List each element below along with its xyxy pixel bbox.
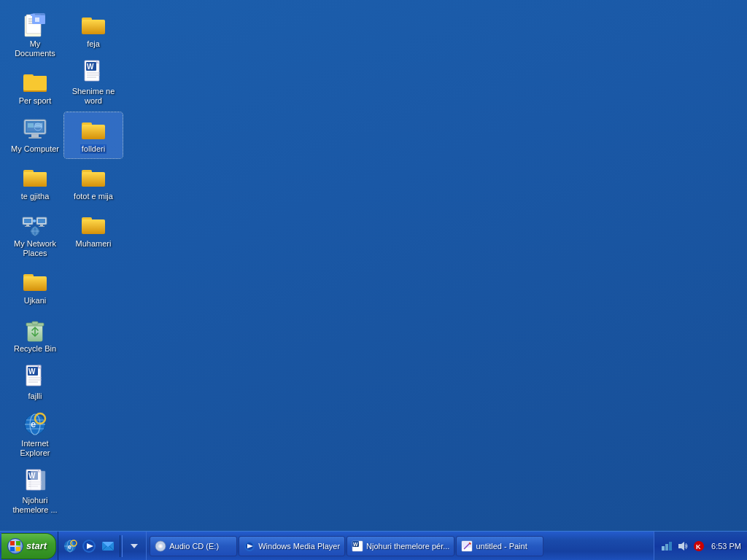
fotot-icon: [80, 164, 107, 190]
my-documents-label: My Documents: [9, 39, 61, 58]
taskbar-btn-audio-cd[interactable]: Audio CD (E:): [150, 536, 237, 556]
my-documents-icon: [22, 12, 48, 38]
ql-ie-icon[interactable]: e: [61, 537, 79, 555]
svg-rect-14: [31, 134, 39, 137]
taskbar-btn-paint[interactable]: untitled - Paint: [456, 536, 543, 556]
ujkani-icon: [22, 268, 48, 295]
desktop-icon-internet-explorer[interactable]: e Internet Explorer: [6, 407, 64, 462]
njohuri-label: Njohuri themelore pér...: [366, 542, 449, 551]
tray-volume-icon[interactable]: [676, 540, 689, 553]
windows-logo: [7, 538, 23, 554]
te-gjitha-icon: [22, 164, 48, 190]
svg-text:W: W: [87, 63, 94, 71]
ql-arrow-icon[interactable]: [125, 537, 143, 555]
fajlli-icon: W: [22, 364, 48, 390]
svg-rect-112: [665, 544, 668, 551]
ie-label: Internet Explorer: [9, 439, 61, 458]
word-taskbar-icon: W: [352, 540, 363, 552]
recycle-bin-icon: [22, 316, 48, 343]
paint-label: untitled - Paint: [476, 542, 527, 551]
desktop-icon-njohuri-themelore[interactable]: W Njohuri themelore ...: [6, 464, 64, 519]
tray-network-icon[interactable]: [660, 540, 673, 553]
svg-rect-29: [40, 225, 43, 226]
wmp-taskbar-icon: [244, 540, 255, 552]
feja-icon: [80, 12, 107, 38]
network-places-label: My Network Places: [9, 239, 61, 258]
desktop-icon-my-network-places[interactable]: My Network Places: [6, 207, 64, 262]
feja-label: feja: [87, 39, 100, 49]
svg-rect-76: [82, 125, 105, 139]
desktop-icon-recycle-bin[interactable]: Recycle Bin: [6, 312, 64, 358]
desktop-icon-my-documents[interactable]: My Documents: [6, 7, 64, 63]
tray-kaspersky-icon[interactable]: K: [692, 540, 705, 553]
svg-rect-65: [31, 471, 45, 490]
svg-rect-11: [23, 76, 47, 90]
svg-marker-114: [678, 542, 684, 551]
wmp-label: Windows Media Player: [258, 542, 340, 551]
svg-rect-26: [25, 226, 31, 227]
svg-text:K: K: [696, 543, 701, 551]
desktop-icon-follderi[interactable]: follderi: [64, 112, 123, 158]
start-label: start: [26, 540, 47, 551]
per-sport-icon: [22, 69, 48, 95]
svg-rect-80: [82, 219, 105, 234]
desktop-icon-per-sport[interactable]: Per sport: [6, 64, 64, 110]
taskbar-btn-wmp[interactable]: Windows Media Player: [239, 536, 345, 556]
ie-icon: e: [22, 411, 48, 438]
taskbar: start e: [0, 531, 747, 560]
svg-rect-7: [31, 14, 35, 16]
desktop-icon-muhameri[interactable]: Muhameri: [64, 207, 123, 253]
svg-rect-41: [32, 322, 38, 324]
system-tray: K 6:53 PM: [654, 532, 747, 561]
system-clock[interactable]: 6:53 PM: [711, 542, 741, 551]
muhameri-label: Muhameri: [76, 239, 112, 249]
svg-rect-78: [82, 172, 105, 187]
muhameri-icon: [80, 211, 107, 238]
desktop-icon-feja[interactable]: feja: [64, 7, 123, 53]
svg-rect-30: [39, 226, 44, 227]
svg-rect-22: [23, 172, 47, 187]
svg-text:W: W: [28, 368, 36, 376]
cd-icon: [155, 540, 166, 552]
shenime-label: Shenime ne word: [67, 87, 120, 106]
svg-rect-113: [669, 542, 672, 551]
ujkani-label: Ujkani: [24, 296, 47, 306]
svg-rect-67: [82, 20, 105, 34]
desktop-icon-fotot[interactable]: fotot e mija: [64, 160, 123, 206]
desktop-icon-te-gjitha[interactable]: te gjitha: [6, 160, 64, 206]
svg-rect-83: [10, 547, 15, 551]
svg-rect-81: [10, 541, 15, 545]
svg-text:W: W: [353, 542, 358, 547]
desktop-icon-shenime[interactable]: W Shenime ne word: [64, 55, 123, 110]
svg-rect-17: [28, 123, 34, 128]
njohuri-themelore-label: Njohuri themelore ...: [9, 496, 61, 515]
taskbar-btn-njohuri[interactable]: W Njohuri themelore pér...: [347, 536, 454, 556]
ql-wmp-icon[interactable]: [80, 537, 98, 555]
desktop-icon-ujkani[interactable]: Ujkani: [6, 264, 64, 310]
svg-rect-24: [24, 219, 31, 223]
desktop-icon-fajlli[interactable]: W fajlli: [6, 359, 64, 405]
my-computer-label: My Computer: [11, 144, 59, 154]
follderi-label: follderi: [80, 144, 107, 154]
svg-rect-25: [26, 225, 29, 226]
svg-marker-97: [131, 544, 138, 548]
my-computer-icon: [22, 117, 48, 143]
te-gjitha-label: te gjitha: [21, 192, 50, 201]
ql-outlook-icon[interactable]: [99, 537, 117, 555]
ql-separator: [120, 535, 123, 557]
shenime-icon: W: [80, 59, 107, 85]
svg-rect-82: [16, 541, 20, 545]
svg-point-100: [160, 545, 162, 547]
svg-rect-37: [23, 276, 47, 291]
quick-launch-bar: e: [58, 532, 147, 561]
start-button[interactable]: start: [1, 533, 56, 559]
svg-point-32: [33, 219, 36, 222]
svg-rect-15: [28, 137, 42, 139]
svg-rect-84: [16, 547, 20, 551]
fotot-label: fotot e mija: [74, 192, 113, 201]
taskbar-buttons: Audio CD (E:) Windows Media Player W: [147, 532, 654, 561]
audio-cd-label: Audio CD (E:): [169, 542, 219, 551]
desktop-icon-my-computer[interactable]: My Computer: [6, 112, 64, 158]
njohuri-themelore-icon: W: [22, 468, 48, 494]
recycle-bin-label: Recycle Bin: [14, 344, 56, 354]
